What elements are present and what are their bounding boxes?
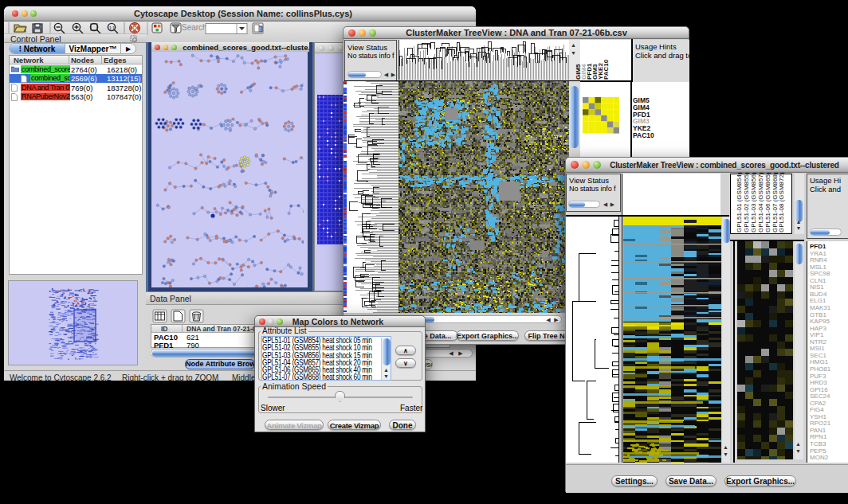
svg-text:Search:: Search: [182,23,209,32]
svg-text:1:1: 1:1 [109,25,115,30]
